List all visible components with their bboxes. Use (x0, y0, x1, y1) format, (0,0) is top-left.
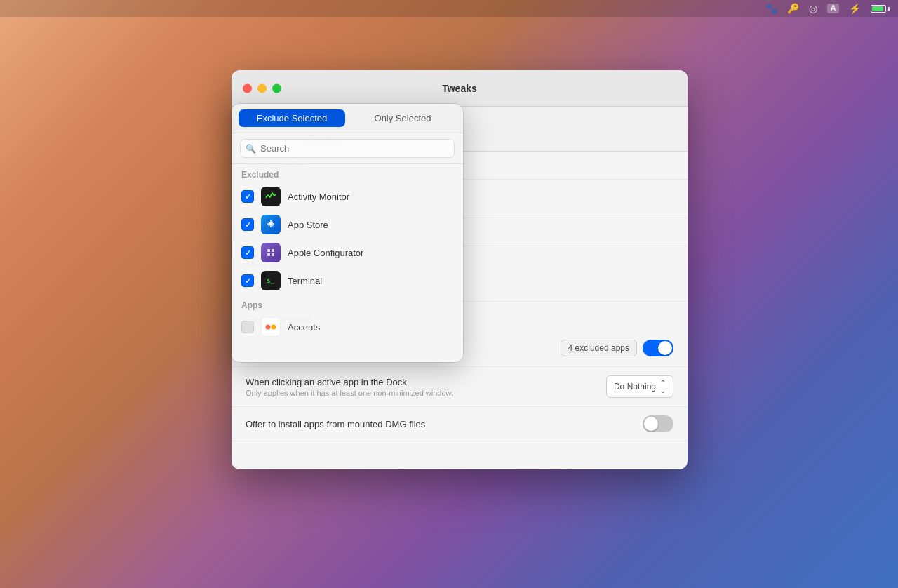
app-store-name: App Store (288, 220, 328, 230)
setting-clicking-dock: When clicking an active app in the Dock … (232, 367, 688, 407)
exclude-selected-tab[interactable]: Exclude Selected (239, 109, 345, 127)
apps-section-header: Apps (232, 295, 463, 313)
list-item: Accents (232, 313, 463, 341)
app-store-icon (261, 215, 281, 234)
svg-rect-7 (272, 253, 274, 256)
app-store-checkbox[interactable]: ✓ (241, 218, 254, 231)
clicking-dock-desc: Only applies when it has at least one no… (246, 389, 606, 397)
battery-indicator (871, 5, 890, 13)
bolt-icon: ⚡ (849, 3, 861, 14)
accents-checkbox[interactable] (241, 321, 254, 333)
svg-point-9 (266, 325, 271, 330)
app-search-input[interactable] (240, 139, 455, 158)
popup-fade (232, 341, 463, 362)
svg-text:$_: $_ (267, 277, 274, 284)
svg-rect-4 (267, 249, 270, 252)
chevron-updown-icon: ⌃⌄ (660, 379, 666, 394)
minimize-button[interactable] (257, 83, 267, 93)
maximize-button[interactable] (272, 83, 281, 93)
search-wrapper: 🔍 (240, 139, 455, 158)
paw-icon: 🐾 (765, 3, 777, 14)
quit-app-control: 4 excluded apps (561, 340, 674, 356)
clicking-dock-control: Do Nothing ⌃⌄ (606, 375, 674, 398)
offer-dmg-label: Offer to install apps from mounted DMG f… (246, 419, 643, 429)
window-title: Tweaks (243, 83, 676, 94)
do-nothing-select[interactable]: Do Nothing ⌃⌄ (606, 375, 674, 398)
apple-configurator-checkbox[interactable]: ✓ (241, 246, 254, 259)
only-selected-tab[interactable]: Only Selected (349, 109, 456, 127)
activity-monitor-icon (261, 187, 281, 206)
select-value: Do Nothing (614, 382, 656, 392)
apple-configurator-name: Apple Configurator (288, 248, 363, 258)
list-item: ✓ Activity Monitor (232, 182, 463, 211)
terminal-icon: $_ (261, 271, 281, 290)
svg-point-10 (272, 325, 276, 330)
app-exclusion-popup: Exclude Selected Only Selected 🔍 Exclude… (232, 104, 463, 362)
excluded-section-header: Excluded (232, 164, 463, 182)
excluded-apps-button[interactable]: 4 excluded apps (561, 340, 637, 356)
list-item: ✓ $_ Terminal (232, 267, 463, 295)
offer-dmg-control (643, 415, 674, 432)
popup-tabs: Exclude Selected Only Selected (232, 104, 463, 133)
accents-icon (261, 317, 281, 337)
terminal-name: Terminal (288, 276, 322, 286)
search-icon: 🔍 (246, 144, 256, 154)
offer-dmg-toggle[interactable] (643, 415, 674, 432)
list-item: ✓ App Store (232, 211, 463, 239)
window-controls (243, 83, 281, 93)
svg-rect-5 (272, 249, 274, 252)
search-box: 🔍 (232, 133, 463, 164)
setting-offer-dmg: Offer to install apps from mounted DMG f… (232, 407, 688, 441)
layers-icon: ◎ (809, 3, 817, 14)
window-titlebar: Tweaks (232, 70, 688, 107)
text-icon: A (827, 4, 839, 13)
menu-bar: 🐾 🔑 ◎ A ⚡ (0, 0, 898, 17)
quit-app-toggle[interactable] (643, 340, 674, 356)
clicking-dock-label: When clicking an active app in the Dock (246, 377, 606, 387)
apple-configurator-icon (261, 243, 281, 262)
activity-monitor-name: Activity Monitor (288, 192, 349, 202)
close-button[interactable] (243, 83, 252, 93)
accents-name: Accents (288, 322, 320, 333)
key-icon: 🔑 (787, 3, 799, 14)
svg-rect-6 (267, 253, 270, 256)
activity-monitor-checkbox[interactable]: ✓ (241, 190, 254, 203)
terminal-checkbox[interactable]: ✓ (241, 274, 254, 287)
list-item: ✓ Apple Configurator (232, 239, 463, 267)
